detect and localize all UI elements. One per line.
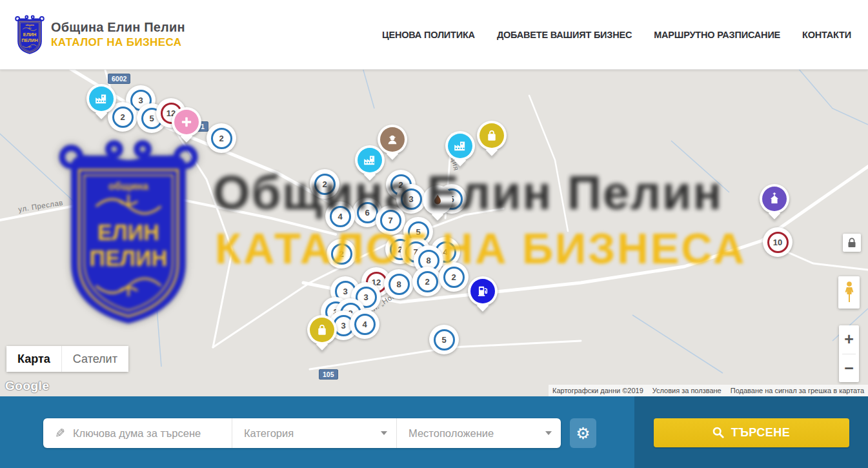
map-type-control: Карта Сателит bbox=[6, 346, 128, 372]
location-select[interactable]: Местоположение bbox=[396, 418, 561, 448]
cluster-count: 4 bbox=[354, 314, 376, 335]
google-logo[interactable]: Google bbox=[5, 379, 49, 393]
category-select-value: Категория bbox=[244, 427, 294, 440]
map-canvas[interactable]: общинаЕЛИНПЕЛИН Община Елин Пелин КАТАЛО… bbox=[0, 70, 868, 396]
map-type-satellite-button[interactable]: Сателит bbox=[61, 346, 128, 372]
road-number-badge: 105 bbox=[319, 369, 338, 380]
poi-marker[interactable] bbox=[172, 107, 201, 137]
poi-marker[interactable] bbox=[477, 121, 507, 150]
keyword-search-input[interactable] bbox=[73, 427, 232, 440]
cluster-count: 2 bbox=[417, 271, 438, 292]
poi-marker[interactable] bbox=[445, 131, 475, 161]
watermark-title: Община Елин Пелин bbox=[213, 165, 723, 220]
gear-icon: ⚙ bbox=[576, 425, 590, 442]
svg-text:община: община bbox=[25, 23, 34, 26]
map-attribution: Картографски данни ©2019 Условия за полз… bbox=[549, 385, 868, 396]
attribution-report-error-link[interactable]: Подаване на сигнал за грешка в картата bbox=[731, 387, 864, 394]
keyword-section: ✎ bbox=[43, 418, 232, 448]
nav-route-schedule[interactable]: МАРШРУТНО РАЗПИСАНИЕ bbox=[654, 30, 780, 40]
nav-contacts[interactable]: КОНТАКТИ bbox=[802, 30, 851, 40]
nav-add-your-business[interactable]: ДОБАВЕТЕ ВАШИЯТ БИЗНЕС bbox=[497, 30, 632, 40]
fuel-pump-icon bbox=[470, 279, 495, 303]
cluster-count: 2 bbox=[211, 128, 232, 149]
lock-button[interactable] bbox=[843, 234, 861, 252]
worker-icon bbox=[380, 127, 405, 152]
cluster-marker[interactable]: 4 bbox=[350, 309, 379, 339]
main-nav: ЦЕНОВА ПОЛИТИКА ДОБАВЕТЕ ВАШИЯТ БИЗНЕС М… bbox=[382, 30, 851, 40]
cluster-count: 2 bbox=[112, 107, 134, 128]
map-type-map-button[interactable]: Карта bbox=[6, 346, 61, 372]
lock-icon bbox=[847, 238, 856, 248]
poi-marker[interactable] bbox=[760, 184, 789, 214]
church-icon bbox=[762, 187, 787, 211]
chevron-down-icon bbox=[381, 431, 387, 435]
svg-text:ЕЛИН: ЕЛИН bbox=[23, 32, 36, 37]
pencil-icon: ✎ bbox=[55, 426, 65, 440]
category-select[interactable]: Категория bbox=[232, 418, 396, 448]
road-number-badge: 6002 bbox=[108, 74, 130, 84]
cluster-count: 10 bbox=[767, 232, 789, 253]
watermark-subtitle: КАТАЛОГ НА БИЗНЕСА bbox=[215, 223, 746, 273]
svg-text:ПЕЛИН: ПЕЛИН bbox=[90, 246, 168, 270]
poi-marker[interactable] bbox=[468, 276, 498, 306]
factory-icon bbox=[89, 86, 114, 111]
shopping-bag-icon bbox=[310, 318, 334, 342]
search-pill: ✎ Категория Местоположение bbox=[43, 418, 561, 448]
poi-marker[interactable] bbox=[307, 315, 337, 345]
cluster-count: 8 bbox=[389, 274, 410, 295]
medical-cross-icon bbox=[174, 110, 199, 134]
cluster-marker[interactable]: 2 bbox=[207, 123, 236, 153]
shopping-bag-icon bbox=[479, 123, 504, 148]
factory-icon bbox=[448, 134, 472, 158]
search-bar-left: ✎ Категория Местоположение ⚙ bbox=[0, 396, 634, 468]
search-icon bbox=[712, 427, 724, 438]
brand[interactable]: общинаЕЛИНПЕЛИН Община Елин Пелин КАТАЛО… bbox=[14, 15, 185, 55]
header: общинаЕЛИНПЕЛИН Община Елин Пелин КАТАЛО… bbox=[0, 0, 868, 70]
cluster-marker[interactable]: 10 bbox=[763, 227, 792, 257]
municipality-crest-logo: общинаЕЛИНПЕЛИН bbox=[14, 15, 45, 55]
svg-text:община: община bbox=[108, 180, 149, 192]
cluster-marker[interactable]: 5 bbox=[429, 325, 459, 354]
attribution-terms-link[interactable]: Условия за ползване bbox=[652, 387, 722, 394]
svg-text:ПЕЛИН: ПЕЛИН bbox=[21, 37, 38, 43]
zoom-out-button[interactable]: − bbox=[839, 354, 859, 383]
chevron-down-icon bbox=[545, 431, 552, 435]
zoom-control: + − bbox=[839, 325, 859, 382]
brand-subtitle: КАТАЛОГ НА БИЗНЕСА bbox=[51, 36, 185, 49]
brand-title: Община Елин Пелин bbox=[51, 20, 185, 35]
pegman-icon bbox=[843, 281, 856, 304]
watermark-crest-logo: общинаЕЛИНПЕЛИН bbox=[56, 139, 201, 327]
search-button-label: ТЪРСЕНЕ bbox=[731, 426, 791, 440]
poi-marker[interactable] bbox=[378, 125, 407, 154]
location-select-value: Местоположение bbox=[409, 427, 494, 440]
search-bar-right: ТЪРСЕНЕ bbox=[634, 396, 868, 468]
svg-text:ЕЛИН: ЕЛИН bbox=[97, 220, 159, 245]
search-button[interactable]: ТЪРСЕНЕ bbox=[654, 418, 849, 447]
nav-pricing-policy[interactable]: ЦЕНОВА ПОЛИТИКА bbox=[382, 30, 475, 40]
search-bar: ✎ Категория Местоположение ⚙ ТЪРСЕНЕ bbox=[0, 396, 868, 468]
zoom-in-button[interactable]: + bbox=[839, 325, 859, 354]
poi-marker[interactable] bbox=[86, 84, 116, 114]
attribution-copyright: Картографски данни ©2019 bbox=[552, 387, 643, 394]
advanced-settings-button[interactable]: ⚙ bbox=[570, 418, 596, 448]
cluster-marker[interactable]: 8 bbox=[384, 269, 414, 299]
cluster-count: 5 bbox=[434, 329, 455, 351]
pegman-button[interactable] bbox=[838, 276, 860, 309]
